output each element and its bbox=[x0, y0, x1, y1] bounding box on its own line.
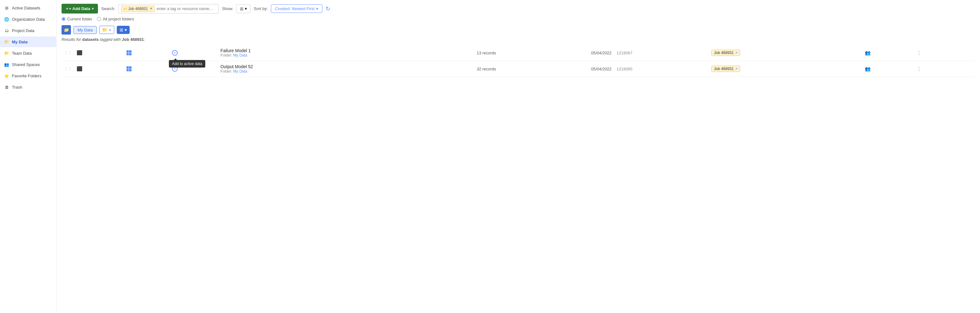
share-users-icon[interactable]: 👥 bbox=[865, 66, 871, 71]
add-data-chevron: ▾ bbox=[92, 7, 94, 10]
sidebar: ⊞ Active Datasets 🌐 Organization Data 🗂 … bbox=[0, 0, 57, 313]
date-cell: 05/04/2022 bbox=[498, 61, 614, 77]
refresh-icon: ↻ bbox=[326, 6, 330, 12]
view-options-button[interactable]: ⊞ ▾ bbox=[117, 26, 130, 34]
scope-all-radio[interactable] bbox=[97, 17, 101, 21]
date-cell: 05/04/2022 bbox=[498, 45, 614, 61]
dataset-name: Output Model 52 bbox=[220, 64, 385, 69]
records-count: 32 records bbox=[388, 61, 498, 77]
results-tag: Job 468931 bbox=[122, 37, 144, 42]
view-icon: ⊞ bbox=[119, 27, 123, 32]
id-cell: 1218065 bbox=[614, 61, 709, 77]
search-input[interactable] bbox=[157, 6, 216, 11]
grid-squares-icon[interactable] bbox=[127, 50, 132, 55]
show-chevron-icon: ▾ bbox=[245, 6, 247, 11]
row-grid-icon-cell bbox=[124, 61, 170, 77]
add-active-cell: + bbox=[170, 61, 218, 77]
trash-icon: 🗑 bbox=[4, 84, 10, 90]
folder-filled-icon: 📁 bbox=[4, 39, 10, 45]
external-link-icon[interactable]: ↗ bbox=[735, 51, 738, 55]
add-icon: + bbox=[66, 6, 68, 11]
show-label: Show: bbox=[222, 6, 233, 11]
sidebar-item-organization-data[interactable]: 🌐 Organization Data bbox=[0, 14, 56, 24]
table-icon: ⬛ bbox=[76, 66, 83, 71]
users-icon: 👥 bbox=[4, 62, 10, 67]
more-cell: ⋮ bbox=[912, 45, 975, 61]
main-content: + + Add Data ▾ Search: 🏷 Job 468931 ✕ Sh… bbox=[57, 0, 980, 313]
add-active-button[interactable]: + bbox=[172, 66, 178, 72]
table-row: ⋮⋮ ⬛ + Output Model 52 Folder: My Dat bbox=[62, 61, 975, 77]
folder-team-icon: 📁 bbox=[4, 50, 10, 56]
grid-icon: ⊞ bbox=[4, 5, 10, 11]
tag-text: Job 468931 bbox=[714, 67, 733, 71]
search-tag-job: 🏷 Job 468931 ✕ bbox=[121, 6, 155, 12]
folder-plus-icon: 📁 bbox=[102, 27, 107, 32]
more-options-button[interactable]: ⋮ bbox=[915, 50, 923, 56]
scope-all-folders[interactable]: All project folders bbox=[97, 17, 134, 21]
sort-button[interactable]: Created: Newest First ▾ bbox=[271, 5, 322, 13]
id-cell: 1218067 bbox=[614, 45, 709, 61]
add-active-button[interactable]: + bbox=[172, 50, 178, 56]
sidebar-item-my-data[interactable]: 📁 My Data bbox=[0, 37, 56, 47]
records-count: 13 records bbox=[388, 45, 498, 61]
results-text: Results for datasets tagged with Job 468… bbox=[62, 37, 975, 42]
share-users-icon[interactable]: 👥 bbox=[865, 50, 871, 55]
grid-view-icon: ⊞ bbox=[240, 6, 243, 11]
row-grid-icon-cell bbox=[124, 45, 170, 61]
refresh-button[interactable]: ↻ bbox=[326, 5, 330, 12]
dataset-folder-link[interactable]: My Data bbox=[233, 69, 247, 73]
share-cell: 👥 bbox=[862, 61, 912, 77]
tag-cell: Job 468931 ↗ bbox=[709, 61, 862, 77]
show-toggle-button[interactable]: ⊞ ▾ bbox=[236, 5, 250, 13]
drag-handle[interactable]: ⋮⋮ bbox=[62, 61, 74, 77]
folder-nav-icon: 📁 bbox=[64, 27, 69, 32]
drag-handle[interactable]: ⋮⋮ bbox=[62, 45, 74, 61]
row-table-icon-cell: ⬛ bbox=[74, 61, 124, 77]
tag-badge: Job 468931 ↗ bbox=[711, 50, 740, 56]
row-table-icon-cell: ⬛ bbox=[74, 45, 124, 61]
add-active-cell: + Add to active data bbox=[170, 45, 218, 61]
table-icon: ⬛ bbox=[76, 50, 83, 55]
sidebar-item-favorite-folders[interactable]: ⭐ Favorite Folders bbox=[0, 70, 56, 81]
sidebar-item-shared-spaces[interactable]: 👥 Shared Spaces bbox=[0, 59, 56, 70]
topbar: + + Add Data ▾ Search: 🏷 Job 468931 ✕ Sh… bbox=[62, 4, 975, 13]
folder-scope: Current folder All project folders bbox=[62, 17, 975, 21]
folder-nav-button[interactable]: 📁 bbox=[62, 25, 71, 35]
datasets-table: ⋮⋮ ⬛ + Add to active data Failure Mo bbox=[62, 45, 975, 77]
add-folder-button[interactable]: 📁 + bbox=[99, 26, 114, 34]
sort-chevron-icon: ▾ bbox=[316, 6, 318, 11]
results-keyword: datasets bbox=[82, 37, 99, 42]
tag-cell: Job 468931 ↗ bbox=[709, 45, 862, 61]
my-data-tab[interactable]: My Data bbox=[73, 26, 97, 34]
search-tag-text: Job 468931 bbox=[128, 6, 148, 11]
star-icon: ⭐ bbox=[4, 73, 10, 78]
more-options-button[interactable]: ⋮ bbox=[915, 66, 923, 72]
plus-icon: + bbox=[108, 27, 111, 32]
sidebar-item-active-datasets[interactable]: ⊞ Active Datasets bbox=[0, 3, 56, 13]
dataset-folder: Folder: My Data bbox=[220, 53, 385, 57]
dataset-folder-link[interactable]: My Data bbox=[233, 53, 247, 57]
sort-label: Sort by: bbox=[254, 6, 268, 11]
table-row: ⋮⋮ ⬛ + Add to active data Failure Mo bbox=[62, 45, 975, 61]
tag-badge: Job 468931 ↗ bbox=[711, 65, 740, 72]
dataset-name: Failure Model 1 bbox=[220, 48, 385, 53]
dataset-info-cell: Output Model 52 Folder: My Data bbox=[218, 61, 388, 77]
search-tag-close[interactable]: ✕ bbox=[150, 6, 153, 11]
dataset-info-cell: Failure Model 1 Folder: My Data bbox=[218, 45, 388, 61]
sidebar-item-team-data[interactable]: 📁 Team Data bbox=[0, 48, 56, 59]
add-data-button[interactable]: + + Add Data ▾ bbox=[62, 4, 98, 13]
share-cell: 👥 bbox=[862, 45, 912, 61]
search-label: Search: bbox=[101, 6, 115, 11]
search-bar: 🏷 Job 468931 ✕ bbox=[118, 4, 219, 13]
tag-icon: 🏷 bbox=[123, 7, 127, 11]
sidebar-item-trash[interactable]: 🗑 Trash bbox=[0, 82, 56, 93]
external-link-icon[interactable]: ↗ bbox=[735, 67, 738, 71]
sidebar-item-project-data[interactable]: 🗂 Project Data bbox=[0, 25, 56, 36]
scope-current-folder[interactable]: Current folder bbox=[62, 17, 92, 21]
more-cell: ⋮ bbox=[912, 61, 975, 77]
grid-squares-icon[interactable] bbox=[127, 66, 132, 71]
globe-icon: 🌐 bbox=[4, 16, 10, 22]
folder-toolbar: 📁 My Data 📁 + ⊞ ▾ bbox=[62, 25, 975, 35]
scope-current-radio[interactable] bbox=[62, 17, 65, 21]
add-active-wrapper: + Add to active data bbox=[172, 50, 178, 56]
